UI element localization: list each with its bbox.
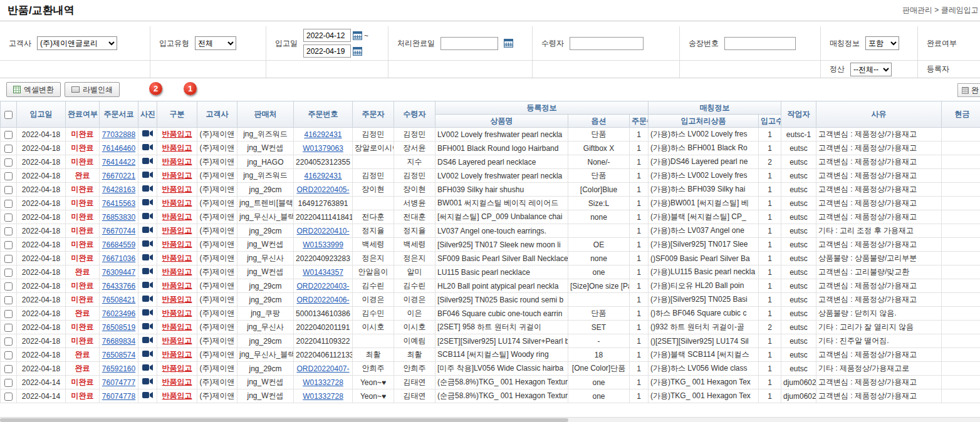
cell-photo[interactable] [138, 210, 157, 224]
cell-photo[interactable] [138, 155, 157, 169]
cell-photo[interactable] [138, 224, 157, 238]
cell-order-no[interactable]: ORD20220410- [294, 224, 353, 238]
cell-type[interactable]: 반품입고 [157, 128, 197, 142]
cell-order-code[interactable]: 76508421 [100, 293, 138, 307]
camera-icon[interactable] [142, 282, 153, 291]
cell-order-code[interactable]: 76428163 [100, 183, 138, 197]
camera-icon[interactable] [142, 240, 153, 249]
camera-icon[interactable] [142, 351, 153, 359]
cell-order-code[interactable]: 76074777 [100, 376, 138, 389]
cell-photo[interactable] [138, 376, 157, 389]
row-checkbox[interactable] [4, 214, 13, 222]
cell-order-code[interactable]: 76689834 [100, 334, 138, 348]
cell-order-code[interactable]: 76414422 [100, 155, 138, 169]
row-checkbox[interactable] [4, 145, 13, 153]
cell-photo[interactable] [138, 142, 157, 155]
row-select-cell[interactable] [1, 238, 17, 252]
cell-type[interactable]: 반품입고 [157, 142, 197, 155]
settlement-select[interactable]: --전체-- [850, 63, 892, 76]
camera-icon[interactable] [142, 158, 153, 167]
cell-type[interactable]: 반품입고 [157, 389, 197, 403]
cell-type[interactable]: 반품입고 [157, 362, 197, 376]
row-select-cell[interactable] [1, 197, 17, 210]
cell-order-code[interactable]: 76508574 [100, 348, 138, 362]
camera-icon[interactable] [142, 130, 153, 139]
cell-photo[interactable] [138, 321, 157, 334]
cell-photo[interactable] [138, 334, 157, 348]
cell-type[interactable]: 반품입고 [157, 224, 197, 238]
row-select-cell[interactable] [1, 252, 17, 265]
cell-photo[interactable] [138, 252, 157, 265]
cell-order-code[interactable]: 76146460 [100, 142, 138, 155]
breadcrumb[interactable]: 판매관리 > 클레임입고 [902, 5, 977, 16]
cell-order-no[interactable]: ORD20220407- [294, 362, 353, 376]
row-select-cell[interactable] [1, 265, 17, 279]
camera-icon[interactable] [142, 296, 153, 304]
cell-type[interactable]: 반품입고 [157, 197, 197, 210]
row-checkbox[interactable] [4, 393, 13, 401]
cell-photo[interactable] [138, 293, 157, 307]
cell-order-code[interactable]: 76670744 [100, 224, 138, 238]
camera-icon[interactable] [142, 172, 153, 180]
row-checkbox[interactable] [4, 241, 13, 249]
row-select-cell[interactable] [1, 334, 17, 348]
camera-icon[interactable] [142, 144, 153, 153]
cell-order-code[interactable]: 76508519 [100, 321, 138, 334]
cell-photo[interactable] [138, 265, 157, 279]
cell-type[interactable]: 반품입고 [157, 155, 197, 169]
row-checkbox[interactable] [4, 379, 13, 387]
cell-order-code[interactable]: 76309447 [100, 265, 138, 279]
row-select-cell[interactable] [1, 348, 17, 362]
row-checkbox[interactable] [4, 172, 13, 180]
cell-order-code[interactable]: 76433766 [100, 279, 138, 293]
label-print-button[interactable]: 라벨인쇄 [65, 82, 120, 97]
calendar-icon[interactable] [504, 39, 513, 48]
row-select-cell[interactable] [1, 389, 17, 403]
intake-date-from-input[interactable] [303, 29, 351, 42]
cell-order-code[interactable]: 76023496 [100, 307, 138, 321]
cell-photo[interactable] [138, 362, 157, 376]
row-checkbox[interactable] [4, 269, 13, 277]
intake-date-to-input[interactable] [303, 44, 351, 58]
cell-order-code[interactable]: 76670221 [100, 169, 138, 183]
cell-photo[interactable] [138, 307, 157, 321]
cell-type[interactable]: 반품입고 [157, 376, 197, 389]
matching-select[interactable]: 포함 [865, 36, 899, 50]
cell-order-no[interactable]: ORD20220403- [294, 279, 353, 293]
row-checkbox[interactable] [4, 282, 13, 291]
excel-export-button[interactable]: 엑셀변환 [6, 82, 61, 97]
camera-icon[interactable] [142, 364, 153, 373]
row-select-cell[interactable] [1, 307, 17, 321]
cell-type[interactable]: 반품입고 [157, 210, 197, 224]
scrollbar-thumb[interactable] [0, 418, 568, 422]
cell-type[interactable]: 반품입고 [157, 252, 197, 265]
cell-photo[interactable] [138, 197, 157, 210]
cell-order-no[interactable]: ORD20220406- [294, 293, 353, 307]
row-select-cell[interactable] [1, 128, 17, 142]
cell-photo[interactable] [138, 279, 157, 293]
cell-photo[interactable] [138, 348, 157, 362]
cell-type[interactable]: 반품입고 [157, 348, 197, 362]
calendar-icon[interactable] [353, 31, 362, 40]
row-select-cell[interactable] [1, 155, 17, 169]
cell-order-code[interactable]: 76671036 [100, 252, 138, 265]
cell-order-no[interactable]: W01379063 [294, 142, 353, 155]
row-checkbox[interactable] [4, 131, 13, 139]
invoice-input[interactable] [724, 37, 796, 50]
cell-type[interactable]: 반품입고 [157, 238, 197, 252]
row-checkbox[interactable] [4, 351, 13, 359]
row-select-cell[interactable] [1, 321, 17, 334]
cell-order-no[interactable]: W01434357 [294, 265, 353, 279]
cell-type[interactable]: 반품입고 [157, 293, 197, 307]
row-checkbox[interactable] [4, 186, 13, 194]
row-select-cell[interactable] [1, 224, 17, 238]
cell-photo[interactable] [138, 183, 157, 197]
cell-type[interactable]: 반품입고 [157, 321, 197, 334]
cell-photo[interactable] [138, 128, 157, 142]
cell-order-code[interactable]: 76415563 [100, 197, 138, 210]
row-checkbox[interactable] [4, 200, 13, 208]
cell-type[interactable]: 반품입고 [157, 183, 197, 197]
camera-icon[interactable] [142, 199, 153, 208]
cell-type[interactable]: 반품입고 [157, 265, 197, 279]
cell-type[interactable]: 반품입고 [157, 307, 197, 321]
